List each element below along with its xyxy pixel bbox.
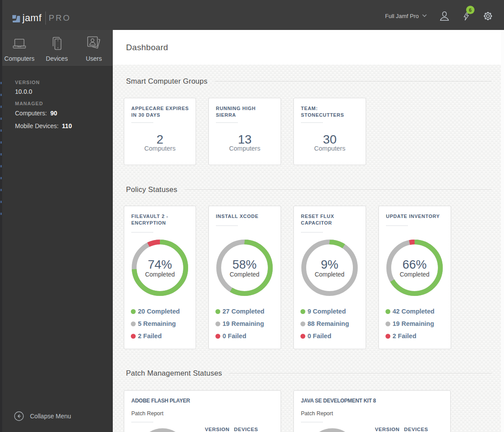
svg-text:6: 6 [469,7,471,13]
